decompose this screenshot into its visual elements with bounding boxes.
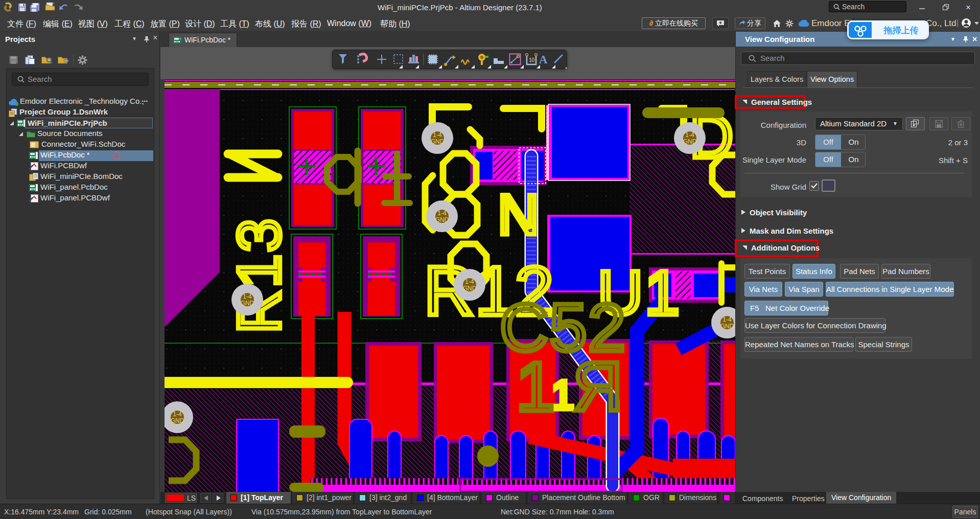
svg-text:R: R (573, 348, 623, 425)
svg-text:1: 1 (551, 372, 574, 418)
svg-text:1-4: 1-4 (173, 411, 182, 418)
svg-text:GND: GND (720, 323, 734, 330)
svg-text:1-4: 1-4 (437, 210, 447, 217)
svg-text:10: 10 (529, 57, 535, 63)
svg-text:N: N (498, 183, 539, 246)
svg-text:1-4: 1-4 (465, 278, 474, 285)
svg-text:1-4: 1-4 (722, 316, 732, 323)
svg-text:GND: GND (435, 216, 449, 223)
svg-text:GND: GND (431, 138, 445, 145)
svg-text:GND: GND (683, 138, 697, 145)
svg-text:GND: GND (463, 285, 477, 292)
svg-text:1: 1 (516, 348, 555, 425)
svg-text:GND: GND (171, 417, 184, 424)
svg-text:1-4: 1-4 (243, 293, 252, 300)
svg-text:1-4: 1-4 (685, 131, 694, 139)
svg-text:GND: GND (241, 300, 254, 307)
svg-text:A: A (539, 53, 548, 66)
svg-text:R13: R13 (225, 217, 293, 333)
svg-text:1-4: 1-4 (433, 131, 442, 139)
